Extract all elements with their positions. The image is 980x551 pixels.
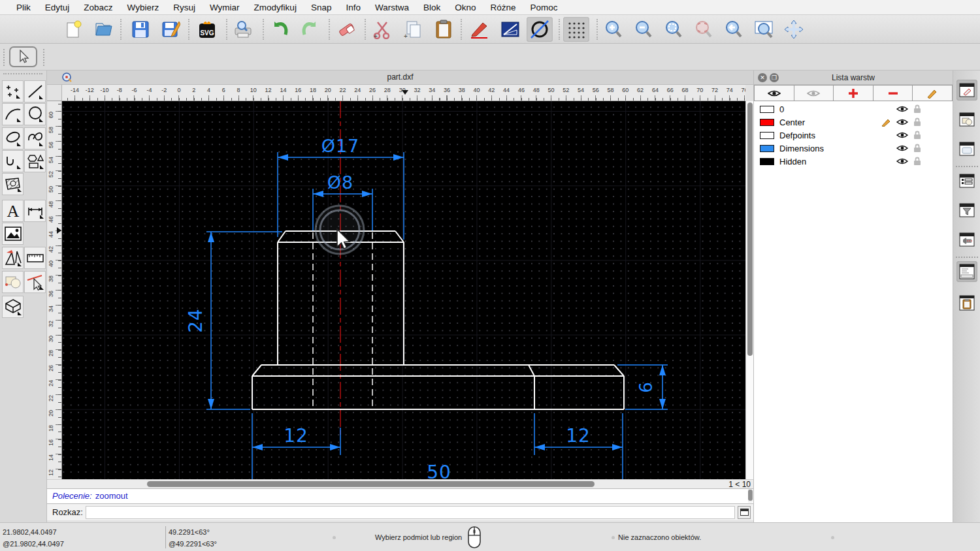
layer-list-dock-button[interactable]: [956, 80, 977, 101]
hatch-tool[interactable]: [2, 173, 24, 195]
remove-layer-button[interactable]: [874, 85, 913, 101]
block-list-dock-button[interactable]: [956, 109, 977, 130]
zoom-previous-icon[interactable]: [721, 17, 747, 42]
command-widget-dock-button[interactable]: [956, 261, 977, 282]
vertical-scrollbar[interactable]: [745, 101, 753, 479]
layer-color-swatch[interactable]: [760, 132, 774, 139]
layer-color-swatch[interactable]: [760, 145, 774, 152]
entity-list-dock-button[interactable]: [956, 170, 977, 191]
grid-toggle-icon[interactable]: [563, 17, 589, 42]
text-tool[interactable]: A: [2, 200, 24, 222]
print-preview-icon[interactable]: [230, 17, 256, 42]
layer-visibility-icon[interactable]: [896, 105, 908, 113]
menu-item[interactable]: Różne: [483, 3, 523, 12]
drag-handle[interactable]: [3, 73, 42, 74]
layer-row[interactable]: Defpoints: [754, 129, 953, 142]
drag-handle[interactable]: [43, 49, 44, 66]
ellipse-tool[interactable]: [2, 127, 24, 150]
menu-item[interactable]: Rysuj: [166, 3, 203, 12]
layer-row[interactable]: Hidden: [754, 155, 953, 168]
open-file-icon[interactable]: [91, 17, 118, 42]
command-input[interactable]: [86, 506, 735, 519]
copy-icon[interactable]: +: [400, 17, 426, 42]
save-as-icon[interactable]: [158, 17, 184, 42]
zoom-selection-icon[interactable]: [691, 17, 717, 42]
layer-color-swatch[interactable]: [760, 119, 774, 126]
layer-color-swatch[interactable]: [760, 106, 774, 113]
layer-row[interactable]: Center: [754, 116, 953, 129]
layer-lock-icon[interactable]: [913, 157, 921, 166]
layer-lock-icon[interactable]: [913, 104, 921, 114]
pen-attributes-icon[interactable]: [466, 17, 493, 42]
modify-tool[interactable]: [2, 247, 24, 269]
redo-icon[interactable]: [297, 17, 323, 42]
spline-tool[interactable]: [24, 127, 46, 150]
view-3d-dock-button[interactable]: [956, 229, 977, 250]
layer-visibility-icon[interactable]: [896, 118, 908, 126]
menu-item[interactable]: Wymiar: [203, 3, 247, 12]
cut-icon[interactable]: +: [369, 17, 395, 42]
menu-item[interactable]: Blok: [416, 3, 448, 12]
dimension-tool[interactable]: [24, 200, 46, 222]
layer-row[interactable]: Dimensions: [754, 142, 953, 155]
zoom-in-icon[interactable]: [600, 17, 627, 42]
layer-color-swatch[interactable]: [760, 158, 774, 165]
menu-item[interactable]: Okno: [448, 3, 483, 12]
measure-tool[interactable]: [24, 247, 46, 269]
zoom-out-icon[interactable]: [630, 17, 657, 42]
history-scrollbar-thumb[interactable]: [748, 490, 753, 501]
circle-tool[interactable]: [24, 103, 46, 125]
menu-item[interactable]: Plik: [9, 3, 38, 12]
line-tool[interactable]: [24, 80, 46, 102]
menu-item[interactable]: Wybierz: [120, 3, 167, 12]
add-layer-button[interactable]: [834, 85, 874, 101]
zoom-pan-icon[interactable]: [781, 17, 807, 42]
select-tool-button[interactable]: [9, 46, 37, 67]
drag-handle[interactable]: [3, 49, 5, 66]
edit-layer-button[interactable]: [913, 85, 953, 101]
new-file-icon[interactable]: [61, 17, 87, 42]
layer-visibility-icon[interactable]: [896, 144, 908, 152]
menu-item[interactable]: Zmodyfikuj: [247, 3, 304, 12]
save-icon[interactable]: [127, 17, 154, 42]
drawing-canvas[interactable]: Ø17 Ø8 24 12 12 50 6: [62, 101, 745, 479]
library-browser-dock-button[interactable]: [956, 138, 977, 159]
zoom-auto-icon[interactable]: [661, 17, 687, 42]
polygon-tool[interactable]: [24, 150, 46, 172]
solid-tool[interactable]: [2, 296, 24, 318]
show-all-layers-button[interactable]: [754, 85, 794, 101]
delete-icon[interactable]: [333, 17, 359, 42]
undo-icon[interactable]: [267, 17, 293, 42]
entity-filter-dock-button[interactable]: [956, 200, 977, 221]
layer-lock-icon[interactable]: [913, 118, 921, 127]
select-tool[interactable]: [24, 271, 46, 293]
polyline-tool[interactable]: [2, 150, 24, 172]
history-scrollbar[interactable]: [748, 489, 753, 503]
layer-visibility-icon[interactable]: [896, 131, 908, 139]
menu-item[interactable]: Edytuj: [38, 3, 77, 12]
menu-item[interactable]: Zobacz: [76, 3, 120, 12]
line-attributes-icon[interactable]: [497, 17, 523, 42]
order-tool[interactable]: [2, 271, 24, 293]
menu-item[interactable]: Info: [338, 3, 368, 12]
horizontal-scrollbar[interactable]: 1 < 10: [47, 479, 753, 488]
points-tool[interactable]: [2, 80, 24, 102]
arc-tool[interactable]: [2, 103, 24, 125]
layer-visibility-icon[interactable]: [896, 157, 908, 165]
menu-item[interactable]: Warstwa: [368, 3, 416, 12]
hide-all-layers-button[interactable]: [794, 85, 834, 101]
keyboard-toggle-button[interactable]: [738, 506, 751, 519]
image-tool[interactable]: [2, 223, 24, 245]
layer-row[interactable]: 0: [754, 102, 953, 116]
menu-item[interactable]: Pomoc: [523, 3, 565, 12]
entity-attributes-icon[interactable]: [527, 17, 553, 42]
layer-lock-icon[interactable]: [913, 144, 921, 153]
export-svg-icon[interactable]: SVG: [194, 17, 220, 42]
layer-lock-icon[interactable]: [913, 131, 921, 140]
horizontal-scrollbar-thumb[interactable]: [147, 481, 595, 487]
menu-item[interactable]: Snap: [304, 3, 339, 12]
vertical-scrollbar-thumb[interactable]: [747, 102, 753, 356]
zoom-window-icon[interactable]: [751, 17, 777, 42]
clipboard-dock-button[interactable]: [956, 292, 977, 313]
paste-icon[interactable]: [431, 17, 457, 42]
